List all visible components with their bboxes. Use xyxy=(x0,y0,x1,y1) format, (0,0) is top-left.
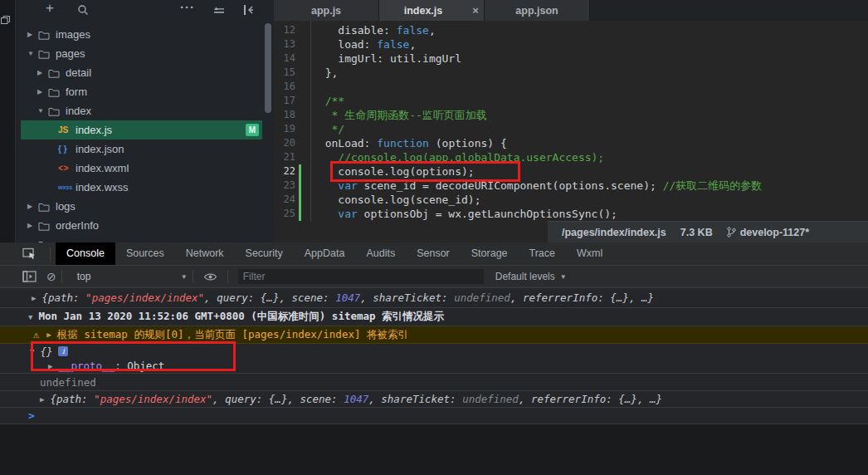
code-text: load: false, xyxy=(312,37,416,51)
changed-line-marker xyxy=(299,179,301,193)
code-text: console.log(options); xyxy=(312,164,475,179)
explorer-scrollbar[interactable] xyxy=(265,23,271,113)
more-actions-icon[interactable]: ··· xyxy=(180,0,195,15)
expand-arrow-icon[interactable]: ▶ xyxy=(37,88,48,95)
collapse-arrow-icon[interactable]: ▼ xyxy=(30,347,34,355)
tree-item-index.json[interactable]: { }index.json xyxy=(21,140,262,159)
file-tree: ▶images▼pages▶detail▶form▼indexJSindex.j… xyxy=(16,25,274,242)
console-message-preview[interactable]: ▶{path: "pages/index/index", query: {…},… xyxy=(0,391,868,408)
editor-tab-app.json[interactable]: app.json xyxy=(485,0,590,21)
tree-item-logs[interactable]: ▶logs xyxy=(21,197,262,216)
tree-item-index.js[interactable]: JSindex.jsM xyxy=(21,120,262,140)
collapse-arrow-icon[interactable]: ▼ xyxy=(28,313,32,321)
devtools-tab-console[interactable]: Console xyxy=(56,242,115,265)
message-text: 根据 sitemap 的规则[0]，当前页面 [pages/index/inde… xyxy=(57,328,408,342)
expand-arrow-icon[interactable]: ▶ xyxy=(46,331,51,339)
console-message-warning[interactable]: ⚠▶根据 sitemap 的规则[0]，当前页面 [pages/index/in… xyxy=(0,326,868,344)
editor-tab-app.js[interactable]: app.js xyxy=(274,0,379,21)
tree-item-label: pages xyxy=(56,47,262,60)
devtools-tab-security[interactable]: Security xyxy=(235,242,294,265)
filter-input[interactable] xyxy=(238,269,484,284)
tree-item-pages[interactable]: ▼pages xyxy=(21,44,262,63)
tree-item-index.wxml[interactable]: < >index.wxml xyxy=(21,159,262,178)
folder-icon xyxy=(38,30,56,40)
expand-arrow-icon[interactable]: ▶ xyxy=(48,362,52,370)
code-text: imgUrl: util.imgUrl xyxy=(312,51,461,66)
devtools-tab-network[interactable]: Network xyxy=(175,242,235,265)
show-console-sidebar-icon[interactable] xyxy=(22,271,37,282)
devtools-panel: ConsoleSourcesNetworkSecurityAppDataAudi… xyxy=(0,242,868,475)
new-file-icon[interactable]: + xyxy=(46,1,54,16)
code-text: /** xyxy=(312,94,344,108)
console-message-proto[interactable]: ▶__proto__: Object xyxy=(0,359,868,374)
console-message-prompt[interactable]: > xyxy=(0,408,868,424)
tree-item-label: index xyxy=(66,105,262,117)
expand-arrow-icon[interactable]: ▶ xyxy=(27,31,38,38)
code-line-13: 13 load: false, xyxy=(274,37,868,51)
line-number: 25 xyxy=(274,207,295,221)
js-file-icon: JS xyxy=(58,125,76,135)
tree-item-label: index.wxml xyxy=(76,162,262,174)
devtools-tab-wxml[interactable]: Wxml xyxy=(566,242,613,265)
gutter-spacer xyxy=(299,51,301,66)
tree-item-index.wxss[interactable]: wxssindex.wxss xyxy=(21,178,262,197)
tree-item-detail[interactable]: ▶detail xyxy=(21,63,262,82)
pages-panel-icon[interactable] xyxy=(0,15,15,25)
live-expression-eye-icon[interactable] xyxy=(203,272,217,282)
code-line-18: 18 * 生命周期函数--监听页面加载 xyxy=(274,108,868,122)
console-message-object[interactable]: ▼{}i xyxy=(0,344,868,359)
explorer-toolbar: + ··· xyxy=(16,0,274,22)
code-editor[interactable]: app.jsindex.js×app.json 12 disable: fals… xyxy=(274,0,868,242)
file-path-label: /pages/index/index.js xyxy=(562,227,666,238)
tree-item-form[interactable]: ▶form xyxy=(21,82,262,101)
devtools-tab-appdata[interactable]: AppData xyxy=(294,242,356,265)
expand-arrow-icon[interactable]: ▶ xyxy=(37,69,48,76)
object-preview: {path: "pages/index/index", query: {…}, … xyxy=(50,393,662,405)
line-number: 15 xyxy=(274,66,295,80)
tree-item-orderInfo[interactable]: ▶orderInfo xyxy=(21,216,262,235)
console-message-group[interactable]: ▼Mon Jan 13 2020 11:52:06 GMT+0800 (中国标准… xyxy=(0,308,868,326)
info-badge-icon[interactable]: i xyxy=(58,346,68,356)
context-label: top xyxy=(77,271,91,282)
tree-item-clipped[interactable]: ▶ xyxy=(21,235,262,242)
devtools-tab-sources[interactable]: Sources xyxy=(115,242,175,265)
log-level-select[interactable]: Default levels ▼ xyxy=(495,271,567,282)
tree-item-images[interactable]: ▶images xyxy=(21,25,262,44)
devtools-tab-sensor[interactable]: Sensor xyxy=(406,242,461,265)
code-line-21: 21 //console.log(app.globalData.userAcce… xyxy=(274,150,868,164)
tree-item-label: index.js xyxy=(76,124,246,136)
json-file-icon: { } xyxy=(58,144,76,154)
hide-sidebar-icon[interactable] xyxy=(241,4,255,16)
git-branch-item[interactable]: develop-1127* xyxy=(727,227,809,238)
line-number: 13 xyxy=(274,37,295,51)
close-tab-icon[interactable]: × xyxy=(467,4,484,17)
changed-line-marker xyxy=(299,164,301,179)
console-message-result: undefined xyxy=(0,374,868,391)
collapse-arrow-icon[interactable]: ▼ xyxy=(27,50,38,57)
editor-tab-index.js[interactable]: index.js× xyxy=(379,0,485,21)
devtools-tab-audits[interactable]: Audits xyxy=(355,242,406,265)
expand-arrow-icon[interactable]: ▶ xyxy=(27,203,38,210)
tree-item-index[interactable]: ▼index xyxy=(21,101,262,120)
code-line-25: 25 var optionsObj = wx.getLaunchOptionsS… xyxy=(274,207,868,221)
expand-arrow-icon[interactable]: ▶ xyxy=(32,294,36,302)
expand-arrow-icon[interactable]: ▶ xyxy=(40,395,44,404)
code-lines: 12 disable: false,13 load: false,14 imgU… xyxy=(274,23,868,221)
devtools-tab-storage[interactable]: Storage xyxy=(461,242,519,265)
search-icon[interactable] xyxy=(77,4,89,16)
folder-icon xyxy=(48,87,66,97)
gutter-spacer xyxy=(299,23,301,37)
folder-icon xyxy=(48,68,66,78)
tree-item-label: orderInfo xyxy=(56,219,262,232)
console-message-preview[interactable]: ▶{path: "pages/index/index", query: {…},… xyxy=(0,288,868,308)
code-area[interactable]: 12 disable: false,13 load: false,14 imgU… xyxy=(274,21,868,221)
devtools-tab-trace[interactable]: Trace xyxy=(519,242,567,265)
code-text: console.log(scene_id); xyxy=(312,193,481,207)
execution-context-select[interactable]: top ▼ xyxy=(77,271,188,282)
expand-arrow-icon[interactable]: ▶ xyxy=(27,222,38,229)
collapse-arrow-icon[interactable]: ▼ xyxy=(37,107,48,115)
inspect-element-icon[interactable] xyxy=(22,247,37,260)
collapse-folders-icon[interactable] xyxy=(212,6,226,15)
clear-console-icon[interactable]: ⊘ xyxy=(46,270,56,283)
warning-icon: ⚠ xyxy=(33,329,39,340)
